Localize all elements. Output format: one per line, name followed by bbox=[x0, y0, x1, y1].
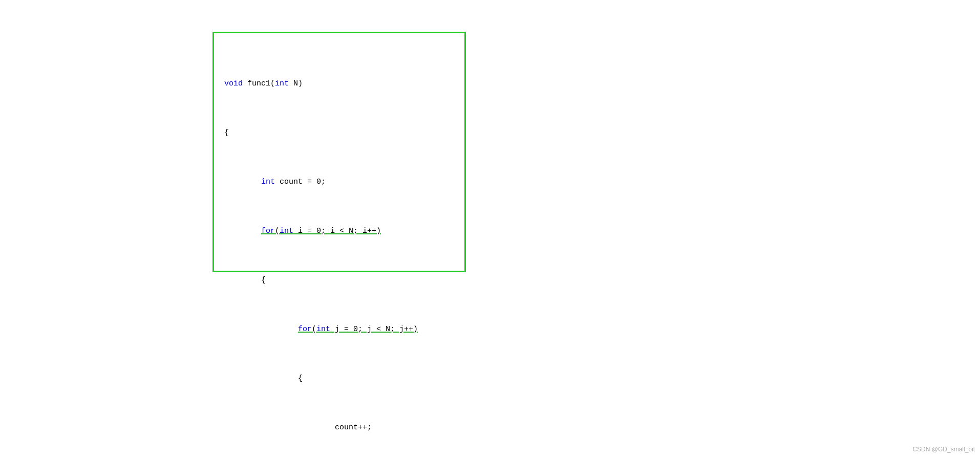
code-line-1: void func1(int N) bbox=[224, 78, 454, 90]
code-line-2: { bbox=[224, 127, 454, 139]
watermark: CSDN @GD_small_bit bbox=[912, 446, 975, 453]
code-line-4: for(int i = 0; i < N; i++) bbox=[224, 225, 454, 237]
code-container: void func1(int N) { int count = 0; for(i… bbox=[212, 32, 466, 272]
code-block: void func1(int N) { int count = 0; for(i… bbox=[224, 41, 454, 458]
code-line-8: count++; bbox=[224, 422, 454, 434]
code-line-6: for(int j = 0; j < N; j++) bbox=[224, 323, 454, 336]
code-line-7: { bbox=[224, 373, 454, 385]
code-line-3: int count = 0; bbox=[224, 176, 454, 188]
code-line-5: { bbox=[224, 274, 454, 287]
